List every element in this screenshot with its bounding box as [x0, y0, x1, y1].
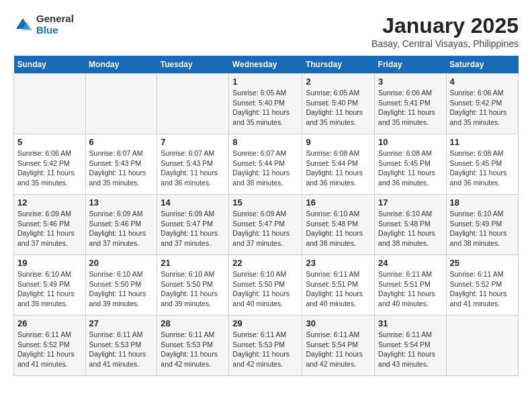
day-info: Sunrise: 6:07 AMSunset: 5:44 PMDaylight:… — [232, 148, 298, 188]
day-info: Sunrise: 6:11 AMSunset: 5:54 PMDaylight:… — [378, 330, 442, 369]
calendar-cell: 6Sunrise: 6:07 AMSunset: 5:43 PMDaylight… — [85, 134, 157, 195]
day-number: 8 — [232, 137, 298, 147]
day-info: Sunrise: 6:11 AMSunset: 5:53 PMDaylight:… — [232, 330, 298, 369]
day-number: 13 — [89, 197, 154, 208]
day-number: 2 — [306, 77, 371, 87]
calendar-cell: 11Sunrise: 6:08 AMSunset: 5:45 PMDayligh… — [446, 134, 519, 195]
page-header: General Blue January 2025 Basay, Central… — [13, 13, 519, 49]
day-info: Sunrise: 6:06 AMSunset: 5:41 PMDaylight:… — [378, 88, 442, 128]
title-area: January 2025 Basay, Central Visayas, Phi… — [371, 13, 519, 49]
day-number: 5 — [17, 137, 82, 147]
calendar-cell: 4Sunrise: 6:06 AMSunset: 5:42 PMDaylight… — [446, 74, 519, 134]
day-number: 31 — [378, 318, 442, 328]
calendar-cell: 13Sunrise: 6:09 AMSunset: 5:46 PMDayligh… — [85, 195, 157, 255]
day-number: 10 — [378, 137, 442, 147]
weekday-header: Thursday — [302, 56, 375, 74]
weekday-header: Tuesday — [157, 56, 229, 74]
day-info: Sunrise: 6:07 AMSunset: 5:43 PMDaylight:… — [161, 148, 225, 188]
day-number: 29 — [232, 318, 298, 328]
weekday-header: Friday — [375, 56, 446, 74]
calendar-cell: 1Sunrise: 6:05 AMSunset: 5:40 PMDaylight… — [229, 74, 302, 134]
day-number: 7 — [161, 137, 225, 147]
day-info: Sunrise: 6:09 AMSunset: 5:46 PMDaylight:… — [89, 209, 154, 248]
calendar-week-row: 5Sunrise: 6:06 AMSunset: 5:42 PMDaylight… — [14, 134, 519, 195]
calendar-cell: 31Sunrise: 6:11 AMSunset: 5:54 PMDayligh… — [375, 316, 446, 376]
day-number: 27 — [89, 318, 154, 328]
day-info: Sunrise: 6:11 AMSunset: 5:52 PMDaylight:… — [450, 269, 515, 309]
calendar-cell: 23Sunrise: 6:11 AMSunset: 5:51 PMDayligh… — [302, 255, 375, 316]
calendar-cell: 27Sunrise: 6:11 AMSunset: 5:53 PMDayligh… — [85, 316, 157, 376]
calendar-cell: 25Sunrise: 6:11 AMSunset: 5:52 PMDayligh… — [446, 255, 519, 316]
day-info: Sunrise: 6:11 AMSunset: 5:51 PMDaylight:… — [378, 269, 442, 309]
day-info: Sunrise: 6:11 AMSunset: 5:52 PMDaylight:… — [17, 330, 82, 369]
calendar-cell: 9Sunrise: 6:08 AMSunset: 5:44 PMDaylight… — [302, 134, 375, 195]
calendar-week-row: 1Sunrise: 6:05 AMSunset: 5:40 PMDaylight… — [14, 74, 519, 134]
day-number: 1 — [232, 77, 298, 87]
logo-icon — [13, 15, 32, 34]
day-info: Sunrise: 6:10 AMSunset: 5:50 PMDaylight:… — [161, 269, 225, 309]
day-info: Sunrise: 6:05 AMSunset: 5:40 PMDaylight:… — [232, 88, 298, 128]
calendar-cell: 7Sunrise: 6:07 AMSunset: 5:43 PMDaylight… — [157, 134, 229, 195]
calendar-week-row: 26Sunrise: 6:11 AMSunset: 5:52 PMDayligh… — [14, 316, 519, 376]
day-number: 18 — [450, 197, 515, 208]
calendar-cell: 19Sunrise: 6:10 AMSunset: 5:49 PMDayligh… — [14, 255, 86, 316]
calendar-cell: 21Sunrise: 6:10 AMSunset: 5:50 PMDayligh… — [157, 255, 229, 316]
day-info: Sunrise: 6:10 AMSunset: 5:48 PMDaylight:… — [306, 209, 371, 248]
day-number: 21 — [161, 258, 225, 268]
calendar-cell — [446, 316, 519, 376]
calendar-cell: 28Sunrise: 6:11 AMSunset: 5:53 PMDayligh… — [157, 316, 229, 376]
day-info: Sunrise: 6:10 AMSunset: 5:50 PMDaylight:… — [89, 269, 154, 309]
calendar-week-row: 19Sunrise: 6:10 AMSunset: 5:49 PMDayligh… — [14, 255, 519, 316]
calendar-title: January 2025 — [371, 13, 519, 38]
calendar-cell: 20Sunrise: 6:10 AMSunset: 5:50 PMDayligh… — [85, 255, 157, 316]
calendar-cell: 18Sunrise: 6:10 AMSunset: 5:49 PMDayligh… — [446, 195, 519, 255]
day-info: Sunrise: 6:11 AMSunset: 5:51 PMDaylight:… — [306, 269, 371, 309]
day-info: Sunrise: 6:06 AMSunset: 5:42 PMDaylight:… — [450, 88, 515, 128]
day-number: 9 — [306, 137, 371, 147]
calendar-cell: 3Sunrise: 6:06 AMSunset: 5:41 PMDaylight… — [375, 74, 446, 134]
day-number: 28 — [161, 318, 225, 328]
day-number: 20 — [89, 258, 154, 268]
logo-general: General — [36, 13, 74, 25]
day-info: Sunrise: 6:08 AMSunset: 5:45 PMDaylight:… — [450, 148, 515, 188]
weekday-header: Saturday — [446, 56, 519, 74]
calendar-cell: 30Sunrise: 6:11 AMSunset: 5:54 PMDayligh… — [302, 316, 375, 376]
day-info: Sunrise: 6:06 AMSunset: 5:42 PMDaylight:… — [17, 148, 82, 188]
calendar-table: SundayMondayTuesdayWednesdayThursdayFrid… — [13, 56, 519, 376]
calendar-cell: 10Sunrise: 6:08 AMSunset: 5:45 PMDayligh… — [375, 134, 446, 195]
day-info: Sunrise: 6:10 AMSunset: 5:50 PMDaylight:… — [232, 269, 298, 309]
day-number: 3 — [378, 77, 442, 87]
day-info: Sunrise: 6:08 AMSunset: 5:45 PMDaylight:… — [378, 148, 442, 188]
day-number: 22 — [232, 258, 298, 268]
day-number: 4 — [450, 77, 515, 87]
weekday-header: Monday — [85, 56, 157, 74]
day-number: 19 — [17, 258, 82, 268]
calendar-cell: 24Sunrise: 6:11 AMSunset: 5:51 PMDayligh… — [375, 255, 446, 316]
calendar-cell: 15Sunrise: 6:09 AMSunset: 5:47 PMDayligh… — [229, 195, 302, 255]
logo: General Blue — [13, 13, 74, 36]
weekday-header-row: SundayMondayTuesdayWednesdayThursdayFrid… — [14, 56, 519, 74]
day-info: Sunrise: 6:11 AMSunset: 5:54 PMDaylight:… — [306, 330, 371, 369]
day-info: Sunrise: 6:09 AMSunset: 5:47 PMDaylight:… — [232, 209, 298, 248]
weekday-header: Sunday — [14, 56, 86, 74]
day-number: 12 — [17, 197, 82, 208]
calendar-cell: 8Sunrise: 6:07 AMSunset: 5:44 PMDaylight… — [229, 134, 302, 195]
day-info: Sunrise: 6:10 AMSunset: 5:48 PMDaylight:… — [378, 209, 442, 248]
day-number: 17 — [378, 197, 442, 208]
day-number: 30 — [306, 318, 371, 328]
day-number: 11 — [450, 137, 515, 147]
logo-text: General Blue — [36, 13, 74, 36]
day-number: 24 — [378, 258, 442, 268]
calendar-cell: 16Sunrise: 6:10 AMSunset: 5:48 PMDayligh… — [302, 195, 375, 255]
day-info: Sunrise: 6:11 AMSunset: 5:53 PMDaylight:… — [89, 330, 154, 369]
day-info: Sunrise: 6:09 AMSunset: 5:47 PMDaylight:… — [161, 209, 225, 248]
calendar-cell: 17Sunrise: 6:10 AMSunset: 5:48 PMDayligh… — [375, 195, 446, 255]
day-info: Sunrise: 6:10 AMSunset: 5:49 PMDaylight:… — [450, 209, 515, 248]
day-number: 15 — [232, 197, 298, 208]
day-number: 16 — [306, 197, 371, 208]
calendar-cell — [157, 74, 229, 134]
day-info: Sunrise: 6:05 AMSunset: 5:40 PMDaylight:… — [306, 88, 371, 128]
calendar-cell: 5Sunrise: 6:06 AMSunset: 5:42 PMDaylight… — [14, 134, 86, 195]
day-info: Sunrise: 6:07 AMSunset: 5:43 PMDaylight:… — [89, 148, 154, 188]
day-number: 14 — [161, 197, 225, 208]
